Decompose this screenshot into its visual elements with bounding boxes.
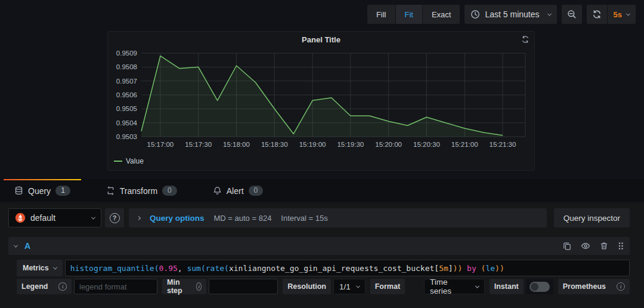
clock-icon <box>470 10 480 19</box>
resolution-label-text: Resolution <box>287 282 326 291</box>
toggle-knob <box>531 283 538 291</box>
info-icon[interactable]: i <box>617 282 625 291</box>
chevron-down-icon <box>475 284 479 288</box>
x-axis-tick: 15:20:00 <box>375 141 402 148</box>
legend-format-input[interactable] <box>74 279 157 294</box>
query-row-actions <box>563 241 624 251</box>
chevron-down-icon <box>91 215 95 219</box>
promql-expression-input[interactable]: histogram_quantile(0.95, sum(rate(xinlia… <box>65 260 630 276</box>
y-axis-tick: 0.9507 <box>116 78 137 85</box>
tab-transform[interactable]: Transform 0 <box>95 179 188 202</box>
panel-title: Panel Title <box>302 35 340 44</box>
collapse-chevron-icon <box>14 243 18 247</box>
bell-icon <box>213 186 222 195</box>
refresh-icon <box>592 10 602 19</box>
instant-toggle[interactable] <box>526 279 553 294</box>
metrics-row: Metrics histogram_quantile(0.95, sum(rat… <box>17 260 630 276</box>
datasource-row: default ? Query options MD = auto = 824 … <box>8 208 630 227</box>
datasource-name: default <box>30 213 87 223</box>
format-label-text: Format <box>375 282 400 291</box>
datasource-type-field: Prometheus i <box>558 279 630 294</box>
top-toolbar: Fill Fit Exact Last 5 minutes 5s <box>367 5 636 24</box>
tab-alert-count: 0 <box>249 186 264 196</box>
exact-button[interactable]: Exact <box>423 5 460 24</box>
legend-series-swatch <box>114 161 122 162</box>
chart-legend: Value <box>108 156 534 165</box>
query-options-bar[interactable]: Query options MD = auto = 824 Interval =… <box>129 208 547 227</box>
min-step-field-label: Min step i <box>162 279 206 294</box>
time-range-picker[interactable]: Last 5 minutes <box>465 5 556 24</box>
loading-spinner-icon <box>521 35 530 44</box>
query-inspector-button[interactable]: Query inspector <box>554 208 630 227</box>
x-axis-tick: 15:17:00 <box>147 141 174 148</box>
time-series-chart: 0.95090.95080.95070.95060.95050.95040.95… <box>113 48 530 153</box>
query-ref-id: A <box>24 241 563 251</box>
time-range-label: Last 5 minutes <box>485 10 539 19</box>
toggle-visibility-button[interactable] <box>581 241 590 251</box>
y-axis-tick: 0.9506 <box>116 91 137 98</box>
instant-label-text: Instant <box>494 282 519 291</box>
promql-expression-code: histogram_quantile(0.95, sum(rate(xinlia… <box>70 264 504 273</box>
editor-tabbar: Query 1 Transform 0 Alert 0 <box>0 179 644 203</box>
chevron-right-icon <box>137 215 141 220</box>
metrics-dropdown-label: Metrics <box>23 264 49 272</box>
series-area-fill <box>141 56 503 137</box>
toggle-pill <box>530 282 550 292</box>
refresh-interval-dropdown[interactable]: 5s <box>608 5 636 24</box>
x-axis-tick: 15:20:30 <box>413 141 440 148</box>
tab-transform-label: Transform <box>120 186 157 196</box>
prometheus-icon <box>15 212 26 223</box>
chart-area[interactable]: 0.95090.95080.95070.95060.95050.95040.95… <box>108 47 534 156</box>
query-options-label: Query options <box>150 214 205 223</box>
x-axis-tick: 15:21:30 <box>490 141 516 148</box>
panel-size-mode-group: Fill Fit Exact <box>367 5 460 24</box>
datasource-help-button[interactable]: ? <box>105 208 124 227</box>
query-options-interval: Interval = 15s <box>281 214 327 223</box>
y-axis-tick: 0.9503 <box>116 133 137 140</box>
format-field-label: Format <box>370 279 405 294</box>
metrics-dropdown[interactable]: Metrics <box>17 260 63 276</box>
min-step-label-text: Min step <box>167 278 185 295</box>
x-axis-tick: 15:19:00 <box>299 141 326 148</box>
help-icon: ? <box>110 213 120 223</box>
tab-query-count: 1 <box>55 186 70 196</box>
x-axis-tick: 15:18:00 <box>223 141 250 148</box>
datasource-picker[interactable]: default <box>8 208 101 227</box>
x-axis-tick: 15:18:30 <box>261 141 288 148</box>
query-options-row: Legend i Min step i Resolution 1/1 Form <box>17 279 630 294</box>
format-select[interactable]: Time series <box>424 279 485 294</box>
refresh-group: 5s <box>587 5 636 24</box>
query-editor: default ? Query options MD = auto = 824 … <box>0 204 644 308</box>
query-options-md: MD = auto = 824 <box>214 214 272 223</box>
legend-series-label[interactable]: Value <box>126 157 144 165</box>
min-step-input[interactable] <box>209 279 278 294</box>
instant-field-label: Instant <box>490 279 524 294</box>
fit-button[interactable]: Fit <box>396 5 422 24</box>
duplicate-query-button[interactable] <box>563 242 571 250</box>
info-icon[interactable]: i <box>58 282 67 291</box>
refresh-interval-label: 5s <box>614 10 622 19</box>
query-row-body: Metrics histogram_quantile(0.95, sum(rat… <box>8 255 630 294</box>
datasource-type-label: Prometheus <box>563 282 606 291</box>
legend-field-label: Legend i <box>17 279 72 294</box>
refresh-button[interactable] <box>587 5 607 24</box>
chevron-down-icon <box>356 284 360 288</box>
tab-query-label: Query <box>28 186 51 196</box>
zoom-out-button[interactable] <box>562 5 582 24</box>
panel: Panel Title 0.95090.95080.95070.95060.95… <box>107 31 535 171</box>
tab-query[interactable]: Query 1 <box>4 179 81 202</box>
tab-alert[interactable]: Alert 0 <box>202 179 274 202</box>
panel-header[interactable]: Panel Title <box>108 32 534 47</box>
delete-query-button[interactable] <box>600 242 608 250</box>
fill-button[interactable]: Fill <box>367 5 395 24</box>
query-row-header[interactable]: A <box>8 237 630 255</box>
resolution-select[interactable]: 1/1 <box>333 279 366 294</box>
x-axis-tick: 15:21:00 <box>451 141 478 148</box>
database-icon <box>14 186 23 195</box>
info-icon[interactable]: i <box>196 282 202 291</box>
format-value: Time series <box>430 278 470 295</box>
resolution-field-label: Resolution <box>283 279 331 294</box>
chevron-down-icon <box>626 11 630 16</box>
drag-handle[interactable] <box>618 242 624 250</box>
zoom-out-icon <box>567 10 577 19</box>
